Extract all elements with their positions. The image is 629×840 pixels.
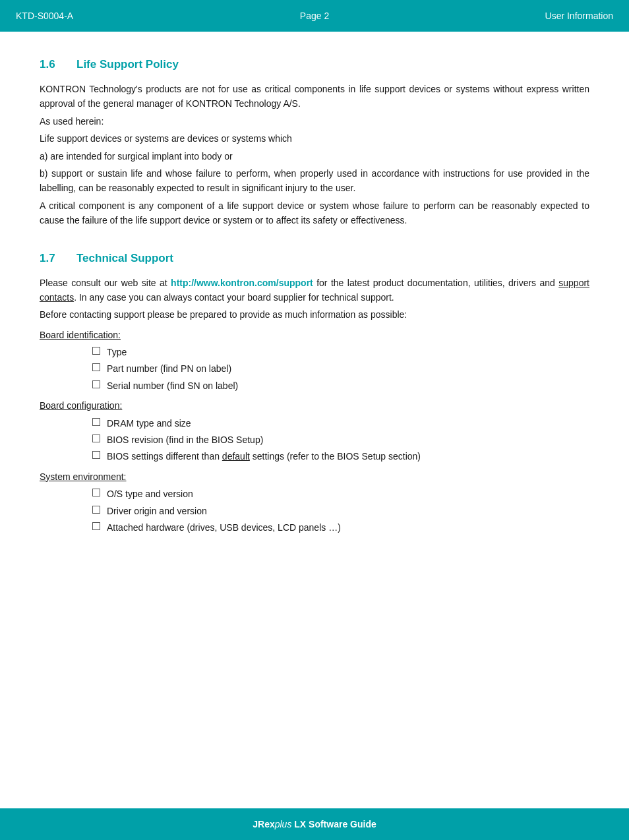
footer-lx: LX Software Guide bbox=[291, 819, 376, 829]
default-underline: default bbox=[222, 451, 250, 462]
list-item: Part number (find PN on label) bbox=[92, 361, 589, 376]
bullet-icon bbox=[92, 418, 100, 426]
header-center: Page 2 bbox=[215, 11, 414, 21]
header-left: KTD-S0004-A bbox=[16, 11, 215, 21]
board-identification-list: Type Part number (find PN on label) Seri… bbox=[92, 345, 589, 393]
list-item: BIOS revision (find in the BIOS Setup) bbox=[92, 433, 589, 447]
section-1-6-heading: 1.6 Life Support Policy bbox=[40, 58, 589, 71]
section-1-7-body: Please consult our web site at http://ww… bbox=[40, 276, 589, 535]
page-header: KTD-S0004-A Page 2 User Information bbox=[0, 0, 629, 32]
bullet-icon bbox=[92, 489, 100, 496]
board-configuration-list: DRAM type and size BIOS revision (find i… bbox=[92, 416, 589, 464]
list-item-text: DRAM type and size bbox=[107, 416, 191, 431]
list-item-text: Part number (find PN on label) bbox=[107, 361, 231, 376]
section-1-7-number: 1.7 bbox=[40, 252, 63, 265]
section-1-6-para-1: KONTRON Technology's products are not fo… bbox=[40, 82, 589, 111]
list-item-text: O/S type and version bbox=[107, 487, 193, 501]
section-1-6-para-3: Life support devices or systems are devi… bbox=[40, 131, 589, 146]
bullet-icon bbox=[92, 451, 100, 459]
footer-plus: plus bbox=[275, 819, 292, 829]
main-content: 1.6 Life Support Policy KONTRON Technolo… bbox=[0, 32, 629, 585]
section-1-7-heading: 1.7 Technical Support bbox=[40, 252, 589, 265]
support-contacts-link: support contacts bbox=[40, 278, 589, 303]
section-1-7-intro3: Before contacting support please be prep… bbox=[40, 307, 589, 322]
list-item-text: BIOS revision (find in the BIOS Setup) bbox=[107, 433, 263, 447]
footer-jrex: JRex bbox=[253, 819, 274, 829]
bullet-icon bbox=[92, 506, 100, 514]
list-item-text: Driver origin and version bbox=[107, 504, 207, 518]
list-item: Serial number (find SN on label) bbox=[92, 378, 589, 393]
section-1-6: 1.6 Life Support Policy KONTRON Technolo… bbox=[40, 58, 589, 228]
list-item: Attached hardware (drives, USB devices, … bbox=[92, 520, 589, 535]
header-right: User Information bbox=[414, 11, 613, 21]
bullet-icon bbox=[92, 347, 100, 355]
section-1-6-para-6: A critical component is any component of… bbox=[40, 198, 589, 228]
list-item-text: Serial number (find SN on label) bbox=[107, 378, 238, 393]
list-item: Type bbox=[92, 345, 589, 359]
bullet-icon bbox=[92, 363, 100, 371]
list-item-text: Type bbox=[107, 345, 127, 359]
board-identification-label: Board identification: bbox=[40, 328, 589, 342]
list-item: DRAM type and size bbox=[92, 416, 589, 431]
footer-text: JRexplus LX Software Guide bbox=[253, 819, 376, 829]
section-1-6-para-5: b) support or sustain life and whose fai… bbox=[40, 166, 589, 196]
section-1-7: 1.7 Technical Support Please consult our… bbox=[40, 252, 589, 535]
section-1-6-para-2: As used herein: bbox=[40, 114, 589, 129]
section-1-6-para-4: a) are intended for surgical implant int… bbox=[40, 149, 589, 164]
system-environment-list: O/S type and version Driver origin and v… bbox=[92, 487, 589, 535]
system-environment-label: System environment: bbox=[40, 469, 589, 484]
section-1-6-body: KONTRON Technology's products are not fo… bbox=[40, 82, 589, 228]
list-item: Driver origin and version bbox=[92, 504, 589, 518]
bullet-icon bbox=[92, 435, 100, 442]
section-1-6-number: 1.6 bbox=[40, 58, 63, 71]
list-item-text: BIOS settings different than default set… bbox=[107, 449, 421, 464]
bullet-icon bbox=[92, 380, 100, 388]
list-item: BIOS settings different than default set… bbox=[92, 449, 589, 464]
section-1-6-title: Life Support Policy bbox=[76, 58, 179, 71]
kontron-support-link[interactable]: http://www.kontron.com/support bbox=[171, 278, 313, 288]
section-1-7-title: Technical Support bbox=[76, 252, 173, 265]
bullet-icon bbox=[92, 522, 100, 530]
board-configuration-label: Board configuration: bbox=[40, 398, 589, 413]
list-item-text: Attached hardware (drives, USB devices, … bbox=[107, 520, 341, 535]
section-1-7-intro: Please consult our web site at http://ww… bbox=[40, 276, 589, 305]
page-footer: JRexplus LX Software Guide bbox=[0, 808, 629, 840]
list-item: O/S type and version bbox=[92, 487, 589, 501]
